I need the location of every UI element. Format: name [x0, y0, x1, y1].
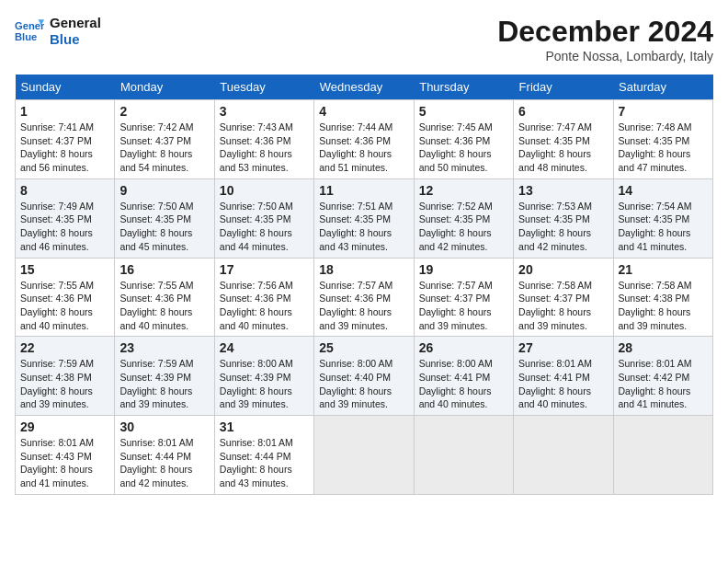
day-cell-25: 25 Sunrise: 8:00 AMSunset: 4:40 PMDaylig…: [314, 337, 414, 416]
calendar-table: Sunday Monday Tuesday Wednesday Thursday…: [15, 75, 713, 495]
day-number: 9: [119, 183, 209, 198]
day-cell-15: 15 Sunrise: 7:55 AMSunset: 4:36 PMDaylig…: [16, 258, 115, 337]
day-cell-27: 27 Sunrise: 8:01 AMSunset: 4:41 PMDaylig…: [514, 337, 613, 416]
day-number: 2: [119, 104, 209, 119]
location: Ponte Nossa, Lombardy, Italy: [497, 49, 713, 63]
day-number: 21: [619, 262, 708, 277]
day-cell-4: 4 Sunrise: 7:44 AMSunset: 4:36 PMDayligh…: [314, 100, 414, 179]
day-number: 24: [220, 340, 309, 355]
day-cell-6: 6 Sunrise: 7:47 AMSunset: 4:35 PMDayligh…: [514, 100, 613, 179]
day-cell-13: 13 Sunrise: 7:53 AMSunset: 4:35 PMDaylig…: [514, 178, 613, 258]
day-number: 27: [518, 340, 608, 355]
day-cell-2: 2 Sunrise: 7:42 AMSunset: 4:37 PMDayligh…: [115, 100, 214, 179]
day-cell-3: 3 Sunrise: 7:43 AMSunset: 4:36 PMDayligh…: [214, 100, 313, 179]
day-number: 28: [619, 340, 708, 355]
day-cell-14: 14 Sunrise: 7:54 AMSunset: 4:35 PMDaylig…: [613, 178, 712, 258]
day-number: 30: [119, 419, 209, 434]
week-row-4: 22 Sunrise: 7:59 AMSunset: 4:38 PMDaylig…: [16, 337, 713, 416]
empty-cell: [314, 416, 414, 495]
day-number: 25: [319, 340, 408, 355]
day-number: 18: [319, 262, 408, 277]
day-number: 12: [419, 183, 508, 198]
svg-text:Blue: Blue: [15, 31, 37, 42]
day-number: 26: [419, 340, 508, 355]
logo: General Blue General Blue: [15, 15, 101, 48]
day-cell-17: 17 Sunrise: 7:56 AMSunset: 4:36 PMDaylig…: [214, 258, 313, 337]
empty-cell: [613, 416, 712, 495]
week-row-1: 1 Sunrise: 7:41 AMSunset: 4:37 PMDayligh…: [16, 100, 713, 179]
day-cell-31: 31 Sunrise: 8:01 AMSunset: 4:44 PMDaylig…: [214, 416, 313, 495]
day-cell-22: 22 Sunrise: 7:59 AMSunset: 4:38 PMDaylig…: [16, 337, 115, 416]
col-wednesday: Wednesday: [314, 75, 414, 100]
logo-icon: General Blue: [15, 17, 44, 46]
day-number: 4: [319, 104, 408, 119]
day-number: 10: [220, 183, 309, 198]
day-cell-8: 8 Sunrise: 7:49 AMSunset: 4:35 PMDayligh…: [16, 178, 115, 258]
day-cell-9: 9 Sunrise: 7:50 AMSunset: 4:35 PMDayligh…: [115, 178, 214, 258]
day-number: 23: [119, 340, 209, 355]
day-number: 14: [619, 183, 708, 198]
day-number: 13: [518, 183, 608, 198]
day-number: 31: [220, 419, 309, 434]
day-number: 19: [419, 262, 508, 277]
day-number: 20: [518, 262, 608, 277]
week-row-2: 8 Sunrise: 7:49 AMSunset: 4:35 PMDayligh…: [16, 178, 713, 258]
day-number: 8: [20, 183, 109, 198]
day-number: 5: [419, 104, 508, 119]
day-cell-28: 28 Sunrise: 8:01 AMSunset: 4:42 PMDaylig…: [613, 337, 712, 416]
col-tuesday: Tuesday: [214, 75, 313, 100]
day-number: 16: [119, 262, 209, 277]
day-number: 3: [220, 104, 309, 119]
col-sunday: Sunday: [16, 75, 115, 100]
col-monday: Monday: [115, 75, 214, 100]
day-cell-29: 29 Sunrise: 8:01 AMSunset: 4:43 PMDaylig…: [16, 416, 115, 495]
logo-line2: Blue: [50, 31, 101, 48]
day-number: 7: [619, 104, 708, 119]
day-cell-24: 24 Sunrise: 8:00 AMSunset: 4:39 PMDaylig…: [214, 337, 313, 416]
day-cell-20: 20 Sunrise: 7:58 AMSunset: 4:37 PMDaylig…: [514, 258, 613, 337]
day-number: 6: [518, 104, 608, 119]
empty-cell: [414, 416, 513, 495]
day-cell-26: 26 Sunrise: 8:00 AMSunset: 4:41 PMDaylig…: [414, 337, 513, 416]
day-cell-11: 11 Sunrise: 7:51 AMSunset: 4:35 PMDaylig…: [314, 178, 414, 258]
col-thursday: Thursday: [414, 75, 513, 100]
day-number: 22: [20, 340, 109, 355]
header: General Blue General Blue December 2024 …: [15, 15, 713, 63]
title-area: December 2024 Ponte Nossa, Lombardy, Ita…: [497, 15, 713, 63]
day-number: 17: [220, 262, 309, 277]
day-cell-19: 19 Sunrise: 7:57 AMSunset: 4:37 PMDaylig…: [414, 258, 513, 337]
day-cell-23: 23 Sunrise: 7:59 AMSunset: 4:39 PMDaylig…: [115, 337, 214, 416]
day-cell-30: 30 Sunrise: 8:01 AMSunset: 4:44 PMDaylig…: [115, 416, 214, 495]
week-row-3: 15 Sunrise: 7:55 AMSunset: 4:36 PMDaylig…: [16, 258, 713, 337]
col-friday: Friday: [514, 75, 613, 100]
day-number: 1: [20, 104, 109, 119]
day-number: 29: [20, 419, 109, 434]
week-row-5: 29 Sunrise: 8:01 AMSunset: 4:43 PMDaylig…: [16, 416, 713, 495]
day-cell-21: 21 Sunrise: 7:58 AMSunset: 4:38 PMDaylig…: [613, 258, 712, 337]
day-number: 15: [20, 262, 109, 277]
logo-line1: General: [50, 15, 101, 31]
empty-cell: [514, 416, 613, 495]
day-cell-12: 12 Sunrise: 7:52 AMSunset: 4:35 PMDaylig…: [414, 178, 513, 258]
month-title: December 2024: [497, 15, 713, 49]
day-cell-18: 18 Sunrise: 7:57 AMSunset: 4:36 PMDaylig…: [314, 258, 414, 337]
day-cell-1: 1 Sunrise: 7:41 AMSunset: 4:37 PMDayligh…: [16, 100, 115, 179]
day-cell-10: 10 Sunrise: 7:50 AMSunset: 4:35 PMDaylig…: [214, 178, 313, 258]
day-cell-7: 7 Sunrise: 7:48 AMSunset: 4:35 PMDayligh…: [613, 100, 712, 179]
day-number: 11: [319, 183, 408, 198]
col-saturday: Saturday: [613, 75, 712, 100]
header-row: Sunday Monday Tuesday Wednesday Thursday…: [16, 75, 713, 100]
day-cell-5: 5 Sunrise: 7:45 AMSunset: 4:36 PMDayligh…: [414, 100, 513, 179]
day-cell-16: 16 Sunrise: 7:55 AMSunset: 4:36 PMDaylig…: [115, 258, 214, 337]
